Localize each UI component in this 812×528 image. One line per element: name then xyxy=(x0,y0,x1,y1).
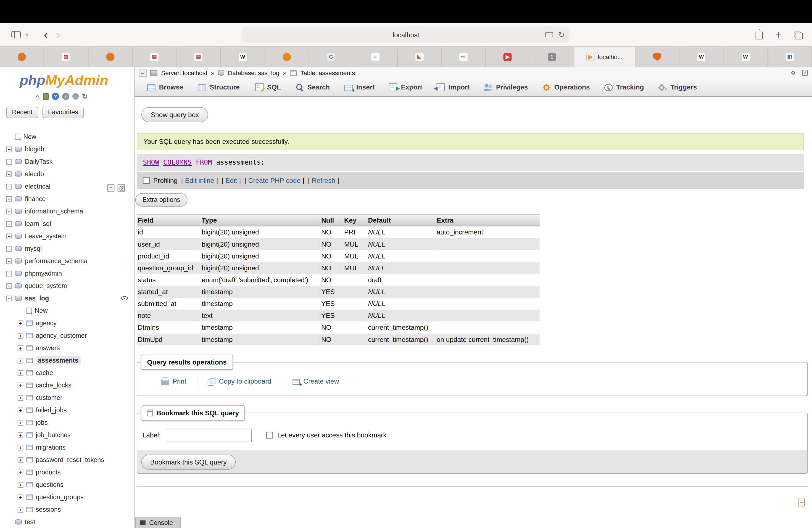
expand-icon[interactable]: + xyxy=(18,320,24,326)
tree-item-products[interactable]: +products xyxy=(0,466,134,479)
tree-item-mysql[interactable]: +mysql xyxy=(0,243,134,255)
tree-item-migrations[interactable]: +migrations xyxy=(0,441,134,454)
expand-icon[interactable]: + xyxy=(18,507,24,513)
tab-structure[interactable]: Structure xyxy=(191,78,247,97)
tab-export[interactable]: Export xyxy=(382,78,430,97)
sql-keyword[interactable]: SHOW xyxy=(143,159,159,166)
reload-icon[interactable]: ↻ xyxy=(559,31,565,39)
browser-tab[interactable]: ▨ xyxy=(44,47,88,67)
profiling-link-create-php-code[interactable]: Create PHP code xyxy=(248,176,301,184)
tree-item-new[interactable]: New xyxy=(0,305,134,317)
tree-item-sessions[interactable]: +sessions xyxy=(0,503,134,516)
sql-keyword[interactable]: COLUMNS xyxy=(163,159,192,166)
tab-operations[interactable]: Operations xyxy=(535,78,597,97)
browser-tab[interactable]: TMC xyxy=(441,47,486,67)
browser-tab[interactable]: 1 xyxy=(530,47,574,67)
link-panel-icon[interactable] xyxy=(118,185,125,192)
tree-item-leave-system[interactable]: +Leave_system xyxy=(0,230,134,243)
tree-item-question-groups[interactable]: +question_groups xyxy=(0,491,134,503)
browser-tab[interactable]: G xyxy=(309,47,353,67)
expand-icon[interactable]: + xyxy=(6,208,12,214)
expand-icon[interactable]: + xyxy=(18,395,24,401)
page-options-icon[interactable] xyxy=(798,499,804,507)
browser-tab[interactable]: W xyxy=(679,47,724,67)
bookmark-submit-button[interactable]: Bookmark this SQL query xyxy=(141,454,236,469)
tree-item-failed-jobs[interactable]: +failed_jobs xyxy=(0,404,134,416)
forward-button[interactable]: › xyxy=(56,29,60,40)
tree-item-questions[interactable]: +questions xyxy=(0,479,134,491)
docs-icon[interactable]: i xyxy=(62,93,69,100)
logout-icon[interactable] xyxy=(43,93,49,100)
console-bar[interactable]: Console xyxy=(135,517,180,528)
tree-item-new[interactable]: New xyxy=(0,131,134,143)
breadcrumb-database[interactable]: Database: sas_log xyxy=(228,69,279,76)
expand-icon[interactable]: + xyxy=(6,258,12,264)
tree-item-queue-system[interactable]: +queue_system xyxy=(0,280,134,292)
tree-item-learn-sql[interactable]: +learn_sql xyxy=(0,218,134,230)
tree-item-answers[interactable]: +answers xyxy=(0,342,134,354)
settings-icon[interactable] xyxy=(73,93,79,100)
sidebar-toggle-icon[interactable] xyxy=(11,31,21,38)
expand-icon[interactable]: + xyxy=(6,283,12,289)
tab-search[interactable]: Search xyxy=(288,78,337,97)
profiling-link-refresh[interactable]: Refresh xyxy=(312,176,335,184)
home-icon[interactable]: ⌂ xyxy=(35,92,40,101)
tab-insert[interactable]: Insert xyxy=(337,78,382,97)
expand-icon[interactable]: + xyxy=(6,196,12,202)
breadcrumb-table[interactable]: Table: assessments xyxy=(301,69,355,76)
browser-tab[interactable]: ◧ xyxy=(768,47,812,67)
create-view-button[interactable]: Create view xyxy=(282,378,349,385)
tree-item-agency-customer[interactable]: +agency_customer xyxy=(0,329,134,342)
tab-overview-icon[interactable] xyxy=(794,31,800,37)
tree-item-agency[interactable]: +agency xyxy=(0,317,134,329)
tab-triggers[interactable]: Triggers xyxy=(651,78,704,97)
bookmark-shared-checkbox[interactable] xyxy=(266,432,273,439)
expand-icon[interactable]: + xyxy=(6,146,12,152)
extra-options-button[interactable]: Extra options xyxy=(135,193,187,207)
tree-item-assessments[interactable]: +assessments xyxy=(0,354,134,367)
back-button[interactable]: ‹ xyxy=(44,29,48,40)
expand-icon[interactable]: + xyxy=(18,494,24,500)
browser-tab[interactable] xyxy=(88,47,133,67)
browser-tab-active[interactable]: localho... xyxy=(574,47,635,67)
tree-item-elecdb[interactable]: +elecdb xyxy=(0,168,134,180)
tree-item-information-schema[interactable]: +information_schema xyxy=(0,205,134,218)
tab-import[interactable]: Import xyxy=(430,78,477,97)
eye-icon[interactable] xyxy=(121,296,128,300)
expand-icon[interactable]: + xyxy=(6,270,12,276)
expand-icon[interactable]: + xyxy=(18,382,24,388)
expand-icon[interactable]: + xyxy=(18,407,24,413)
copy-to-clipboard-button[interactable]: Copy to clipboard xyxy=(197,378,282,385)
chevron-down-icon[interactable]: ∨ xyxy=(25,32,29,37)
browser-tab[interactable] xyxy=(635,47,679,67)
keyboard-icon[interactable] xyxy=(546,32,553,37)
tree-item-dailytask[interactable]: +DailyTask xyxy=(0,156,134,168)
expand-icon[interactable]: + xyxy=(18,370,24,376)
new-tab-icon[interactable]: + xyxy=(775,29,781,40)
expand-icon[interactable]: + xyxy=(6,233,12,239)
tree-item-job-batches[interactable]: +job_batches xyxy=(0,429,134,441)
profiling-checkbox[interactable] xyxy=(143,177,150,184)
profiling-link-edit-inline[interactable]: Edit inline xyxy=(185,176,214,184)
browser-tab[interactable]: W xyxy=(724,47,768,67)
expand-icon[interactable]: + xyxy=(18,482,24,488)
expand-icon[interactable]: + xyxy=(18,469,24,475)
share-icon[interactable] xyxy=(755,31,763,39)
tree-item-jobs[interactable]: +jobs xyxy=(0,416,134,429)
tab-tracking[interactable]: Tracking xyxy=(597,78,651,97)
collapse-all-icon[interactable]: − xyxy=(107,185,114,192)
bookmark-label-input[interactable] xyxy=(166,429,252,442)
expand-icon[interactable]: + xyxy=(6,171,12,177)
browser-tab[interactable]: ◣ xyxy=(397,47,441,67)
favourites-button[interactable]: Favourites xyxy=(42,107,84,118)
print-button[interactable]: Print xyxy=(151,378,197,385)
tree-item-cache[interactable]: +cache xyxy=(0,367,134,379)
tree-item-cache-locks[interactable]: +cache_locks xyxy=(0,379,134,392)
expand-icon[interactable]: + xyxy=(6,159,12,165)
profiling-link-edit[interactable]: Edit xyxy=(226,176,237,184)
expand-icon[interactable]: + xyxy=(18,333,24,339)
tree-item-performance-schema[interactable]: +performance_schema xyxy=(0,255,134,267)
show-query-box-button[interactable]: Show query box xyxy=(141,107,208,122)
expand-icon[interactable]: + xyxy=(18,345,24,351)
tree-item-finance[interactable]: +finance xyxy=(0,193,134,205)
